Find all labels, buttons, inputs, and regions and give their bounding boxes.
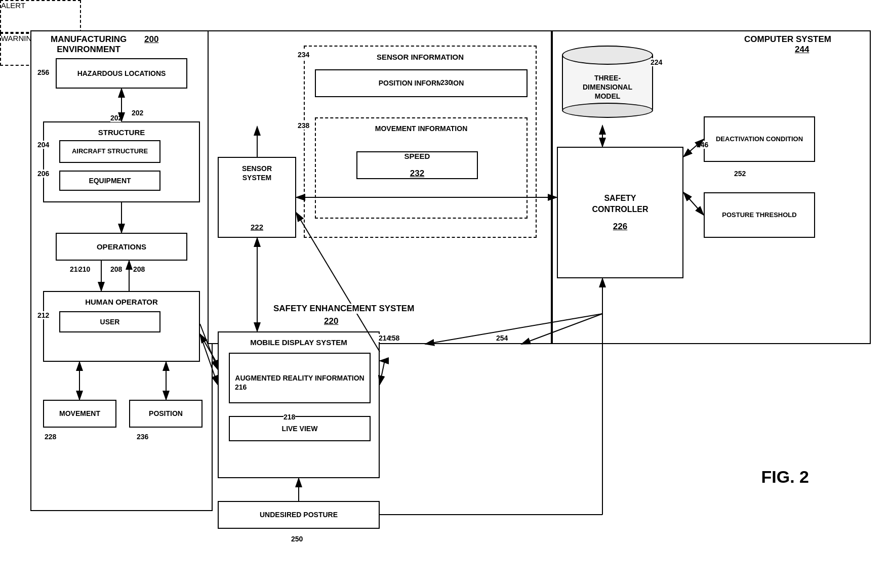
warning-num: 254 [496, 334, 508, 342]
sensor-system-num: 222 [251, 222, 263, 237]
movement-num: 228 [45, 433, 56, 441]
equipment-box: EQUIPMENT [59, 171, 160, 191]
structure-num-202: 202 [110, 114, 122, 122]
position-box: POSITION [129, 400, 203, 428]
ref-202: 202 [132, 109, 143, 117]
sensor-info-outer: SENSOR INFORMATION POSITION INFORMATION … [304, 46, 537, 238]
movement-box: MOVEMENT [43, 400, 116, 428]
cylinder-bottom [562, 103, 653, 118]
manufacturing-env-label: MANUFACTURING ENVIRONMENT [51, 34, 127, 55]
user-num: 212 [37, 311, 49, 319]
undesired-posture-num: 250 [291, 535, 303, 543]
user-box: USER [59, 311, 160, 332]
diagram: MANUFACTURING ENVIRONMENT 200 COMPUTER S… [0, 0, 890, 588]
safety-controller-box: SAFETYCONTROLLER 226 [557, 147, 683, 278]
movement-info-num-238: 238 [298, 121, 309, 130]
alert-box: ALERT [0, 0, 81, 33]
manufacturing-env-num: 200 [144, 34, 158, 45]
cylinder-top [562, 46, 653, 65]
equipment-num: 206 [37, 170, 49, 178]
position-num: 236 [137, 433, 148, 441]
live-view-num: 218 [284, 413, 295, 421]
operations-box: OPERATIONS [56, 233, 187, 261]
structure-outer-box: STRUCTURE AIRCRAFT STRUCTURE EQUIPMENT [43, 121, 200, 202]
operations-num-208: 208 [110, 265, 122, 273]
movement-info-box: MOVEMENT INFORMATION SPEED 232 [315, 117, 528, 219]
deactivation-num-252: 252 [734, 170, 746, 178]
position-info-num-230: 230 [440, 78, 452, 87]
ref-210: 210 [78, 265, 90, 273]
computer-system-label: COMPUTER SYSTEM [744, 34, 831, 45]
safety-enhancement-num: 220 [324, 316, 338, 326]
ar-info-num: 216 [235, 383, 247, 391]
deactivation-box: DEACTIVATION CONDITION [704, 116, 815, 162]
fig-label: FIG. 2 [761, 467, 809, 487]
sensor-system-box: SENSORSYSTEM 222 [218, 157, 296, 238]
sensor-info-num-234: 234 [298, 51, 309, 59]
safety-enhancement-label: SAFETY ENHANCEMENT SYSTEM [273, 304, 414, 314]
posture-threshold-box: POSTURE THRESHOLD [704, 192, 815, 238]
live-view-box: LIVE VIEW [229, 416, 371, 441]
three-d-model-num: 224 [651, 58, 662, 66]
speed-num: 232 [410, 168, 424, 179]
position-info-box: POSITION INFORMATION [315, 69, 528, 97]
ref-214: 214 [379, 334, 390, 342]
deactivation-num-246: 246 [697, 141, 708, 149]
hazardous-locations-box: HAZARDOUS LOCATIONS [56, 58, 187, 89]
svg-line-27 [380, 360, 385, 385]
human-operator-outer: HUMAN OPERATOR USER [43, 291, 200, 362]
ar-info-box: AUGMENTED REALITY INFORMATION [229, 353, 371, 403]
speed-box: SPEED 232 [356, 151, 478, 179]
undesired-posture-box: UNDESIRED POSTURE [218, 501, 380, 529]
mobile-display-outer: MOBILE DISPLAY SYSTEM AUGMENTED REALITY … [218, 331, 380, 478]
three-d-model-container: THREE-DIMENSIONALMODEL [557, 46, 658, 118]
hazardous-locations-num: 256 [37, 68, 49, 76]
aircraft-structure-box: AIRCRAFT STRUCTURE [59, 140, 160, 163]
computer-system-num: 244 [795, 45, 809, 55]
ref-208: 208 [133, 265, 145, 273]
safety-controller-num: 226 [613, 221, 627, 232]
aircraft-structure-num: 204 [37, 141, 49, 149]
